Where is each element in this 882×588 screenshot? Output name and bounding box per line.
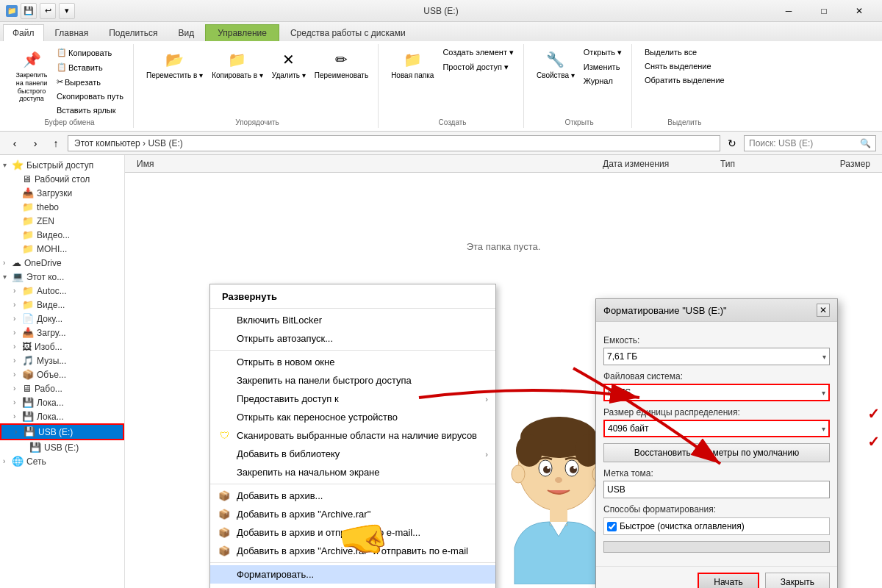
ctx-addlib[interactable]: Добавить в библиотеку ›: [210, 445, 495, 463]
search-input[interactable]: [749, 138, 857, 148]
tree-item-usbe2[interactable]: 💾 USB (E:): [0, 440, 124, 454]
tree-item-mohi[interactable]: 📁 MOHI...: [0, 242, 124, 256]
tree-item-local2[interactable]: › 💾 Лока...: [0, 409, 124, 423]
ctx-addarch[interactable]: 📦 Добавить в архив...: [210, 487, 495, 505]
tab-view[interactable]: Вид: [168, 24, 204, 41]
qat-dropdown[interactable]: ▾: [59, 3, 75, 19]
ribbon-btn-move[interactable]: 📂 Переместить в ▾: [143, 46, 207, 82]
ribbon-btn-selectall[interactable]: Выделить все: [641, 46, 728, 59]
dialog-close-button[interactable]: ✕: [817, 304, 830, 317]
tree-item-objects[interactable]: › 📦 Объе...: [0, 368, 124, 381]
maximize-button[interactable]: □: [807, 1, 841, 21]
ctx-addarcharname[interactable]: 📦 Добавить в архив "Archive.rar" и отпра…: [210, 542, 495, 560]
ctx-addarchmail[interactable]: 📦 Добавить в архив и отправить по e-mail…: [210, 523, 495, 542]
volume-input[interactable]: [603, 481, 830, 498]
tab-home[interactable]: Главная: [46, 24, 98, 41]
ctx-bitlocker[interactable]: Включить BitLocker: [210, 311, 495, 329]
ctx-format[interactable]: Форматировать...: [210, 565, 495, 584]
tree-item-thispc[interactable]: ▾ 💻 Этот ко...: [0, 270, 124, 284]
ribbon-btn-history[interactable]: Журнал: [580, 74, 625, 87]
tree-item-desktop2[interactable]: › 🖥 Рабо...: [0, 381, 124, 395]
tree-item-network[interactable]: › 🌐 Сеть: [0, 454, 124, 468]
tree-item-downloads[interactable]: 📥 Загрузки: [0, 186, 124, 200]
ctx-portable[interactable]: Открыть как переносное устройство: [210, 408, 495, 426]
ctx-expand[interactable]: Развернуть: [210, 287, 495, 306]
start-button[interactable]: Начать: [698, 573, 759, 588]
refresh-button[interactable]: ↻: [723, 135, 741, 152]
tree-item-thebo[interactable]: 📁 thebo: [0, 200, 124, 214]
forward-button[interactable]: ›: [26, 135, 44, 152]
up-button[interactable]: ↑: [47, 135, 65, 152]
ctx-newwindow-label: Открыть в новом окне: [237, 356, 334, 368]
restore-defaults-button[interactable]: Восстановить параметры по умолчанию: [603, 443, 830, 462]
tab-share[interactable]: Поделиться: [99, 24, 167, 41]
close-button[interactable]: ✕: [842, 1, 876, 21]
tree-item-desktop[interactable]: 🖥 Рабочий стол: [0, 172, 124, 186]
address-path[interactable]: Этот компьютер › USB (E:): [68, 135, 720, 151]
ctx-access[interactable]: Предоставить доступ к ›: [210, 390, 495, 408]
newfolder-icon: 📁: [401, 48, 424, 71]
ctx-arch-icon: 📦: [218, 490, 231, 503]
capacity-select[interactable]: 7,61 ГБ ▾: [603, 348, 830, 365]
ribbon-btn-invertselect[interactable]: Обратить выделение: [641, 74, 728, 87]
ribbon-btn-rename[interactable]: ✏ Переименовать: [311, 46, 372, 82]
ctx-autoplay[interactable]: Открыть автозапуск...: [210, 329, 495, 348]
tree-item-onedrive[interactable]: › ☁ OneDrive: [0, 256, 124, 270]
col-date[interactable]: Дата изменения: [597, 159, 714, 169]
tree-item-docs[interactable]: › 📄 Доку...: [0, 312, 124, 326]
ctx-pin[interactable]: Закрепить на панели быстрого доступа: [210, 371, 495, 390]
ctx-scan-label: Сканировать выбранные области на наличие…: [237, 430, 477, 441]
tree-item-images[interactable]: › 🖼 Изоб...: [0, 340, 124, 354]
ribbon-btn-delete[interactable]: ✕ Удалить ▾: [268, 46, 309, 82]
search-box[interactable]: 🔍: [744, 135, 876, 151]
ribbon-btn-edit[interactable]: Изменить: [580, 60, 625, 74]
qat-undo[interactable]: ↩: [40, 3, 56, 19]
ctx-startpin[interactable]: Закрепить на начальном экране: [210, 463, 495, 481]
ribbon-btn-paste[interactable]: 📋Вставить: [53, 60, 127, 74]
fs-label: Файловая система:: [603, 371, 830, 381]
tree-item-music[interactable]: › 🎵 Музы...: [0, 354, 124, 368]
close-dialog-button[interactable]: Закрыть: [765, 573, 830, 588]
ribbon-btn-copyto[interactable]: 📁 Копировать в ▾: [208, 46, 267, 82]
col-type[interactable]: Тип: [714, 159, 803, 169]
tab-manage[interactable]: Управление: [205, 24, 279, 41]
tree-item-video2[interactable]: › 📁 Виде...: [0, 298, 124, 312]
tree-item-usbe[interactable]: › 💾 USB (E:): [0, 423, 124, 440]
qat-save[interactable]: 💾: [21, 3, 37, 19]
col-size[interactable]: Размер: [803, 159, 876, 169]
tree-item-quickaccess[interactable]: ▾ ⭐ Быстрый доступ: [0, 158, 124, 172]
tree-item-zen[interactable]: 📁 ZEN: [0, 214, 124, 228]
ctx-sep4: [210, 562, 495, 563]
tree-item-downloads2[interactable]: › 📥 Загру...: [0, 326, 124, 340]
quick-format-checkbox[interactable]: [607, 522, 617, 531]
ribbon-btn-copypath[interactable]: Скопировать путь: [53, 90, 127, 103]
ribbon-btn-cut[interactable]: ✂Вырезать: [53, 75, 127, 89]
left-panel: ▾ ⭐ Быстрый доступ 🖥 Рабочий стол 📥 Загр…: [0, 155, 125, 588]
ribbon-btn-properties[interactable]: 🔧 Свойства ▾: [533, 46, 578, 82]
ctx-scan[interactable]: 🛡 Сканировать выбранные области на налич…: [210, 426, 495, 445]
pin-icon: 📌: [20, 48, 43, 71]
tab-file[interactable]: Файл: [3, 24, 44, 41]
select-label: Выделить: [667, 118, 701, 126]
tree-item-autocad[interactable]: › 📁 Autoc...: [0, 284, 124, 298]
ribbon-btn-shortcut[interactable]: Вставить ярлык: [53, 104, 127, 117]
ribbon-btn-easyaccess[interactable]: Простой доступ ▾: [439, 60, 517, 74]
tab-disktools[interactable]: Средства работы с дисками: [281, 24, 415, 41]
ctx-newwindow[interactable]: Открыть в новом окне: [210, 353, 495, 371]
ribbon-btn-newitem[interactable]: Создать элемент ▾: [439, 46, 517, 60]
ribbon-btn-deselect[interactable]: Снять выделение: [641, 60, 728, 73]
ribbon-btn-newfolder[interactable]: 📁 Новая папка: [387, 46, 437, 82]
ribbon-btn-pin[interactable]: 📌 Закрепить на панели быстрого доступа: [12, 46, 51, 105]
ctx-extract[interactable]: Извлечь: [210, 584, 495, 588]
tree-item-local1[interactable]: › 💾 Лока...: [0, 395, 124, 409]
col-name[interactable]: Имя: [131, 159, 597, 169]
alloc-select[interactable]: 4096 байт ▾: [603, 420, 830, 437]
paste-icon: 📋: [57, 62, 67, 72]
fs-select[interactable]: NTFS ▾: [603, 384, 830, 401]
ribbon-btn-copy[interactable]: 📋Копировать: [53, 46, 127, 60]
ribbon-btn-open[interactable]: Открыть ▾: [580, 46, 625, 60]
minimize-button[interactable]: ─: [772, 1, 806, 21]
tree-item-video[interactable]: 📁 Видео...: [0, 228, 124, 242]
ctx-addarchname[interactable]: 📦 Добавить в архив "Archive.rar": [210, 505, 495, 523]
back-button[interactable]: ‹: [6, 135, 24, 152]
